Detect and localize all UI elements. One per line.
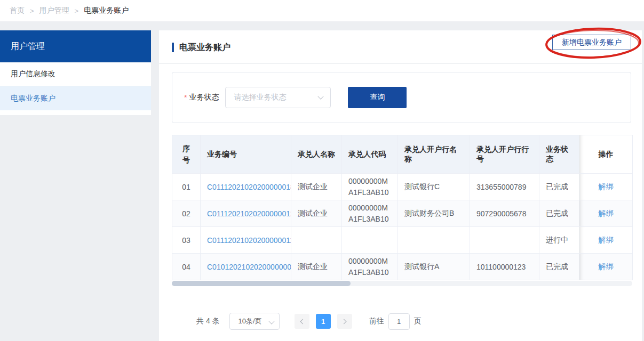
unbind-link[interactable]: 解绑 xyxy=(599,182,614,191)
total-count-label: 共 4 条 xyxy=(196,316,220,326)
breadcrumb-separator: > xyxy=(30,7,34,15)
sidebar-item-ebill-account[interactable]: 电票业务账户 xyxy=(0,86,151,110)
accounts-table: 序号 业务编号 承兑人名称 承兑人代码 承兑人开户行名称 承兑人开户行行号 业务… xyxy=(172,135,632,280)
business-status-select[interactable]: 请选择业务状态 xyxy=(225,87,331,108)
cell-acceptor-bank-name xyxy=(398,227,470,254)
cell-index: 01 xyxy=(172,174,201,200)
cell-index: 04 xyxy=(172,254,201,280)
table-row: 01 C01112021020200000018 测试企业 00000000MA… xyxy=(172,174,633,200)
breadcrumb-user-management[interactable]: 用户管理 xyxy=(39,6,69,15)
breadcrumb-current: 电票业务账户 xyxy=(84,6,129,15)
col-header-status: 业务状态 xyxy=(539,135,579,174)
table-header-row: 序号 业务编号 承兑人名称 承兑人代码 承兑人开户行名称 承兑人开户行行号 业务… xyxy=(172,135,633,174)
cell-acceptor-code: 00000000MA1FL3AB10 xyxy=(348,176,391,198)
cell-acceptor-code: 00000000MA1FL3AB10 xyxy=(348,202,391,224)
page-size-value: 10条/页 xyxy=(238,316,262,326)
breadcrumb-home[interactable]: 首页 xyxy=(10,6,25,15)
chevron-right-icon xyxy=(341,319,346,324)
cell-acceptor-bank-name: 测试银行C xyxy=(398,174,470,200)
cell-acceptor-bank-no xyxy=(470,227,539,254)
chevron-down-icon xyxy=(268,318,274,324)
next-page-button[interactable] xyxy=(337,314,352,329)
table-horizontal-scrollbar[interactable] xyxy=(172,281,632,286)
col-header-index: 序号 xyxy=(172,135,201,174)
cell-acceptor-bank-name: 测试财务公司B xyxy=(398,200,470,227)
sidebar-item-label: 用户信息修改 xyxy=(11,69,55,79)
cell-acceptor-name: 测试企业 xyxy=(291,174,342,200)
col-header-acceptor-name: 承兑人名称 xyxy=(291,135,342,174)
business-status-label: 业务状态 xyxy=(189,93,219,102)
unbind-link[interactable]: 解绑 xyxy=(599,236,614,244)
goto-page-input[interactable] xyxy=(388,313,410,330)
sidebar: 用户管理 用户信息修改 电票业务账户 xyxy=(0,30,151,115)
query-button[interactable]: 查询 xyxy=(348,87,407,108)
unbind-link[interactable]: 解绑 xyxy=(599,209,614,217)
col-header-acceptor-code: 承兑人代码 xyxy=(342,135,398,174)
col-header-acceptor-bank-name: 承兑人开户行名称 xyxy=(398,135,470,174)
add-ebill-account-button[interactable]: 新增电票业务账户 xyxy=(552,35,631,50)
breadcrumb: 首页 > 用户管理 > 电票业务账户 xyxy=(0,0,644,21)
page-unit-label: 页 xyxy=(414,316,422,326)
panel-header: 电票业务账户 新增电票业务账户 xyxy=(159,30,642,64)
cell-acceptor-code: 00000000MA1FL3AB10 xyxy=(348,256,391,278)
sidebar-footer-strip xyxy=(0,110,151,115)
table-row: 03 C01112021020200000011 进行中 解绑 xyxy=(172,227,633,254)
sidebar-item-user-info-edit[interactable]: 用户信息修改 xyxy=(0,62,151,86)
page-size-select[interactable]: 10条/页 xyxy=(229,313,280,330)
col-header-biz-no: 业务编号 xyxy=(201,135,291,174)
cell-status: 已完成 xyxy=(539,200,579,227)
filter-box: * 业务状态 请选择业务状态 查询 xyxy=(172,72,631,123)
cell-acceptor-name xyxy=(291,227,342,254)
cell-acceptor-bank-no: 907290005678 xyxy=(470,200,539,227)
table-row: 02 C01112021020200000012 测试企业 00000000MA… xyxy=(172,200,633,227)
chevron-left-icon xyxy=(300,319,305,324)
prev-page-button[interactable] xyxy=(295,314,309,329)
goto-label: 前往 xyxy=(369,316,384,326)
scrollbar-thumb[interactable] xyxy=(172,281,351,286)
page-title: 电票业务账户 xyxy=(179,42,230,53)
cell-acceptor-name: 测试企业 xyxy=(291,200,342,227)
current-page-button[interactable]: 1 xyxy=(316,314,331,329)
biz-no-link[interactable]: C01112021020200000012 xyxy=(207,209,291,218)
cell-status: 已完成 xyxy=(539,174,579,200)
cell-index: 03 xyxy=(172,227,201,254)
col-header-action: 操作 xyxy=(579,135,633,174)
sidebar-title: 用户管理 xyxy=(0,30,151,62)
cell-status: 已完成 xyxy=(539,254,579,280)
chevron-down-icon xyxy=(318,93,324,99)
unbind-link[interactable]: 解绑 xyxy=(599,262,614,271)
table-row: 04 C01012021020200000003 测试企业 00000000MA… xyxy=(172,254,633,280)
cell-acceptor-name: 测试企业 xyxy=(291,254,342,280)
col-header-acceptor-bank-no: 承兑人开户行行号 xyxy=(470,135,539,174)
breadcrumb-separator: > xyxy=(75,7,79,15)
select-placeholder: 请选择业务状态 xyxy=(234,93,286,102)
cell-acceptor-bank-no: 313655000789 xyxy=(470,174,539,200)
pagination: 共 4 条 10条/页 1 前往 页 xyxy=(196,313,422,330)
cell-acceptor-bank-name: 测试银行A xyxy=(398,254,470,280)
cell-index: 02 xyxy=(172,200,201,227)
biz-no-link[interactable]: C01012021020200000003 xyxy=(207,263,291,271)
biz-no-link[interactable]: C01112021020200000018 xyxy=(207,183,291,191)
cell-status: 进行中 xyxy=(539,227,579,254)
sidebar-item-label: 电票业务账户 xyxy=(11,94,55,103)
biz-no-link[interactable]: C01112021020200000011 xyxy=(207,236,291,245)
title-accent-bar xyxy=(172,43,174,52)
required-mark: * xyxy=(184,93,187,102)
cell-acceptor-bank-no: 101100000123 xyxy=(470,254,539,280)
main-panel: 电票业务账户 新增电票业务账户 * 业务状态 请选择业务状态 查询 序号 业务编… xyxy=(159,30,642,341)
